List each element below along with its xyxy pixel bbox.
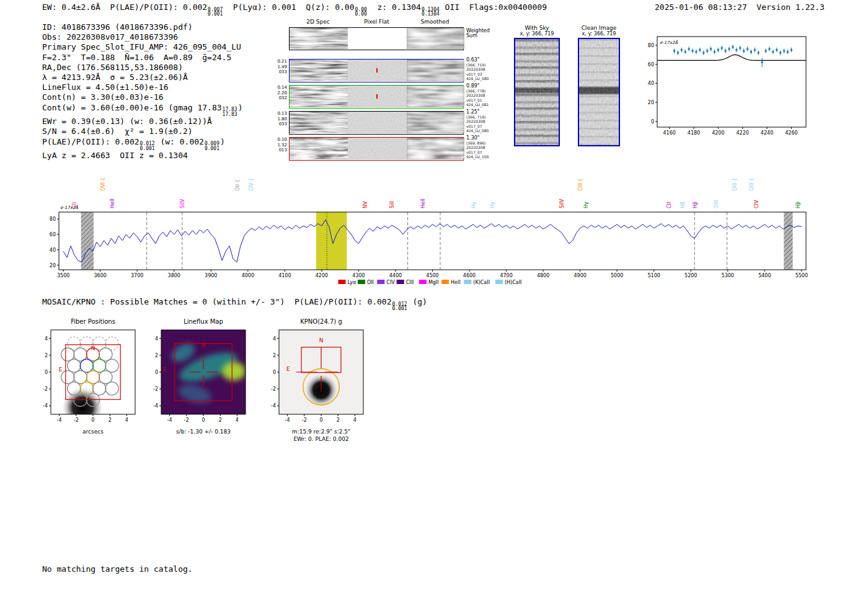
text-segment: Cont(n) = 3.30(±0.03)e-16 bbox=[42, 92, 164, 102]
x-tick-label: 4240 bbox=[761, 130, 773, 136]
info-line: RA,Dec (176.568115,53.186008) bbox=[42, 63, 243, 73]
clean-image-title: Clean Image bbox=[574, 25, 624, 31]
full-spectrum-plot: 3500360037003800390040004100420043004400… bbox=[43, 167, 815, 291]
legend: LyαOIICIVCIIIMgIIHeII(K)CaII(H)CaII bbox=[339, 280, 522, 285]
text-segment: ) bbox=[238, 103, 243, 112]
stacked-uncertainty: 0.000.00 bbox=[355, 7, 367, 17]
x-tick-label: 4180 bbox=[688, 130, 700, 136]
text-segment: OII Flags:0x00400009 bbox=[440, 2, 547, 12]
x-tick-label: 4100 bbox=[278, 273, 291, 278]
emission-line-label: CIII { bbox=[578, 179, 583, 191]
fiber-annotation: 0.63"(366, 719)20220308v017_03426_LU_080 bbox=[466, 58, 505, 81]
emission-line-label: Hγ bbox=[490, 202, 495, 208]
spec2d-image bbox=[407, 138, 464, 159]
x-tick-label: -4 bbox=[285, 417, 290, 423]
flat-defect-marker bbox=[376, 68, 378, 73]
x-tick-label: 5200 bbox=[684, 273, 697, 278]
spec2d-fiber-row bbox=[289, 111, 464, 135]
panel-title: Fiber Positions bbox=[71, 318, 115, 325]
fiber-circle bbox=[93, 359, 106, 372]
x-tick-label: 5000 bbox=[611, 273, 623, 278]
info-line: ID: 4018673396 (4018673396.pdf) bbox=[42, 22, 243, 32]
x-tick-label: 3900 bbox=[205, 273, 217, 278]
x-tick-label: 3600 bbox=[94, 273, 107, 278]
kpno-image-content: NE bbox=[279, 330, 363, 414]
x-tick-label: 2 bbox=[337, 417, 340, 423]
y-tick-label: 0 bbox=[651, 119, 654, 125]
fiber-circle bbox=[74, 348, 87, 361]
fiber-circle bbox=[105, 382, 118, 395]
mosaic-matches-line: MOSAIC/KPNO : Possible Matches = 0 (with… bbox=[42, 297, 427, 311]
fiber-circle bbox=[99, 348, 112, 361]
footer-notes: No matching targets in catalog. Row inte… bbox=[42, 543, 193, 591]
legend-swatch bbox=[358, 280, 365, 284]
spec2d-image bbox=[407, 86, 464, 107]
y-tick-label: 4 bbox=[273, 336, 276, 342]
emission-line-label: OVI { bbox=[100, 177, 106, 191]
weighted-sum-label: WeightedSum bbox=[466, 29, 505, 38]
y-tick-label: 40 bbox=[50, 247, 56, 253]
x-tick-label: 4200 bbox=[712, 130, 724, 136]
legend-swatch bbox=[397, 280, 404, 284]
x-tick-label: 3500 bbox=[57, 273, 69, 278]
clean-image bbox=[578, 38, 620, 146]
emission-line-label: NV bbox=[363, 201, 368, 208]
emission-line-label: SiII bbox=[389, 201, 395, 208]
panel-title: Lineflux Map bbox=[184, 318, 223, 325]
fiber-circle bbox=[93, 382, 106, 395]
fiber-positions-plot: NE-4-2024-4-2024Fiber Positionsarcsecs bbox=[31, 315, 149, 448]
x-tick-label: 4600 bbox=[463, 273, 476, 278]
compass-east: E bbox=[286, 366, 290, 372]
x-tick-label: 4900 bbox=[574, 273, 586, 278]
y-tick-label: 20 bbox=[648, 100, 654, 105]
spec2d-image bbox=[290, 138, 348, 159]
emission-line-labels: CIIOVI {HeIISiIVOII {CIV {NVSiIIHeIIHγHγ… bbox=[72, 177, 801, 208]
weighted-sum-blank bbox=[348, 28, 407, 49]
x-tick-label: 4 bbox=[125, 417, 128, 423]
legend-label: (H)CaII bbox=[505, 280, 521, 285]
emission-line-label: Hδ bbox=[680, 202, 686, 208]
flat-defect-marker bbox=[376, 94, 378, 99]
legend-label: (K)CaII bbox=[473, 280, 490, 285]
fiber-weights: 0.142.20032 bbox=[273, 85, 287, 101]
legend-label: HeII bbox=[451, 280, 461, 285]
info-line: Primary Spec_Slot_IFU_AMP: 426_095_004_L… bbox=[42, 42, 243, 52]
y-tick-label: -2 bbox=[271, 386, 276, 392]
x-tick-label: 4200 bbox=[316, 273, 328, 278]
y-tick-label: 0 bbox=[273, 370, 276, 375]
text-segment: LyA z = 2.4663 OII z = 0.1304 bbox=[42, 151, 188, 160]
line-fit-plot: 416041804200422042404260020406080e-17x2Å bbox=[639, 28, 818, 146]
text-segment: z: 0.1304 bbox=[368, 2, 421, 12]
x-tick-label: 0 bbox=[202, 417, 205, 423]
info-line: EWr = 0.39(±0.13) (w: 0.36(±0.12))Å bbox=[42, 117, 243, 127]
panel-title: KPNO(24.7) g bbox=[300, 318, 342, 325]
x-tick-label: 4 bbox=[353, 417, 356, 423]
lineflux-map-content: NE bbox=[161, 330, 246, 414]
info-line: P(LAE)/P(OII): 0.0020.0120.001 (w: 0.002… bbox=[42, 137, 243, 151]
x-tick-label: 3800 bbox=[168, 273, 180, 278]
axis-ticks: 3500360037003800390040004100420043004400… bbox=[50, 216, 808, 278]
fiber-circle bbox=[86, 371, 99, 384]
text-segment: EW: 0.4±2.6Å P(LAE)/P(OII): 0.002 bbox=[42, 2, 207, 12]
clean-image-panel: Clean Image x, y: 366, 719 bbox=[574, 25, 624, 146]
spec2d-image bbox=[348, 86, 407, 107]
header-summary-line: EW: 0.4±2.6Å P(LAE)/P(OII): 0.0020.0070.… bbox=[42, 2, 547, 17]
y-tick-label: -4 bbox=[153, 403, 158, 409]
stacked-uncertainty: 0.0090.001 bbox=[205, 141, 219, 151]
plot-frame bbox=[59, 212, 806, 270]
fiber-annotation: 1.25"(366, 719)20220308v017_07426_LU_080 bbox=[466, 110, 505, 133]
errorbar-series bbox=[673, 45, 792, 67]
x-tick-label: 4400 bbox=[389, 273, 402, 278]
spec2d-image bbox=[348, 112, 407, 133]
text-segment: Primary Spec_Slot_IFU_AMP: 426_095_004_L… bbox=[42, 42, 241, 51]
y-tick-label: 80 bbox=[648, 43, 654, 48]
legend-swatch bbox=[339, 280, 346, 284]
x-tick-label: 4500 bbox=[426, 273, 438, 278]
x-tick-label: -2 bbox=[302, 417, 307, 423]
withsky-coords: x, y: 366, 719 bbox=[511, 31, 563, 37]
text-segment: ID: 4018673396 (4018673396.pdf) bbox=[42, 22, 193, 32]
fiber-circle bbox=[68, 359, 81, 372]
y-tick-label: -2 bbox=[153, 386, 158, 392]
emission-line-label: OII { bbox=[235, 179, 241, 191]
stacked-uncertainty: 0.0120.001 bbox=[140, 141, 155, 151]
